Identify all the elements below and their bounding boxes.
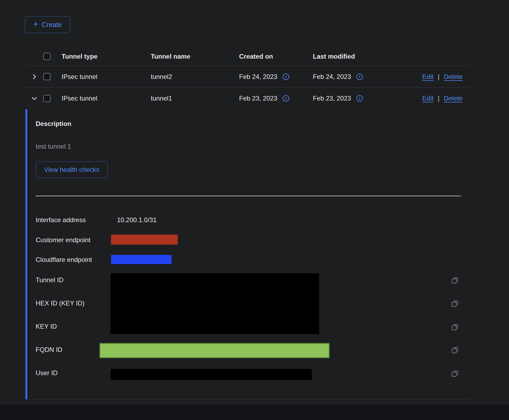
edit-link[interactable]: Edit [422, 95, 433, 102]
last-modified-value: Feb 24, 2023 [313, 73, 351, 81]
delete-link[interactable]: Delete [444, 73, 463, 81]
edit-link[interactable]: Edit [422, 73, 433, 81]
fqdn-id-label: FQDN ID [36, 346, 62, 354]
tunnels-page: + Create Tunnel type Tunnel name Created… [0, 0, 509, 420]
copy-icon [451, 346, 459, 354]
page-bottom-strip [0, 405, 509, 420]
expand-row-button[interactable] [31, 73, 38, 80]
description-value: test tunnel 1 [36, 143, 71, 150]
hex-id-label: HEX ID (KEY ID) [36, 299, 85, 307]
customer-endpoint-label: Customer endpoint [36, 236, 91, 244]
copy-fqdn-id-button[interactable] [450, 345, 460, 355]
table-row-tunnel2: IPsec tunnel tunnel2 Feb 24, 2023 i Feb … [25, 66, 470, 88]
tunnel-hex-key-id-redacted-value [110, 273, 319, 334]
info-icon[interactable]: i [356, 95, 363, 102]
header-last-modified: Last modified [313, 53, 394, 60]
created-on-cell: Feb 24, 2023 i [239, 73, 313, 81]
copy-icon [451, 299, 459, 308]
action-separator: | [438, 95, 439, 102]
tunnel-name-cell: tunnel1 [151, 95, 239, 102]
last-modified-cell: Feb 23, 2023 i [313, 95, 394, 102]
create-button[interactable]: + Create [25, 16, 70, 33]
header-tunnel-type: Tunnel type [62, 53, 151, 60]
tunnel-id-label: Tunnel ID [36, 276, 63, 284]
chevron-cell [25, 95, 43, 102]
created-on-value: Feb 23, 2023 [239, 95, 277, 102]
section-divider [36, 196, 461, 196]
create-button-label: Create [42, 21, 62, 29]
header-checkbox-cell [43, 53, 62, 60]
info-icon[interactable]: i [356, 74, 363, 80]
checkbox-cell [43, 73, 62, 80]
view-health-checks-button[interactable]: View health checks [36, 161, 108, 178]
row-checkbox[interactable] [43, 95, 51, 102]
cloudflare-endpoint-redacted-value [111, 255, 172, 264]
copy-hex-id-button[interactable] [450, 299, 460, 308]
tunnel-name-cell: tunnel2 [151, 73, 239, 81]
chevron-right-icon [31, 73, 38, 80]
info-icon[interactable]: i [283, 74, 289, 80]
last-modified-value: Feb 23, 2023 [313, 95, 351, 102]
copy-key-id-button[interactable] [450, 322, 460, 332]
header-created-on: Created on [239, 53, 313, 60]
copy-icon [451, 369, 459, 378]
tunnel-type-cell: IPsec tunnel [62, 73, 151, 81]
table-row-tunnel1: IPsec tunnel tunnel1 Feb 23, 2023 i Feb … [25, 88, 470, 109]
row-checkbox[interactable] [43, 73, 51, 80]
checkbox-cell [43, 95, 62, 102]
tunnels-table: Tunnel type Tunnel name Created on Last … [25, 47, 470, 109]
copy-icon [451, 276, 459, 284]
last-modified-cell: Feb 24, 2023 i [313, 73, 394, 81]
tunnel-details-panel: Description test tunnel 1 View health ch… [25, 109, 470, 399]
description-label: Description [36, 120, 71, 128]
row-actions: Edit | Delete [394, 73, 470, 81]
created-on-cell: Feb 23, 2023 i [239, 95, 313, 102]
cloudflare-endpoint-label: Cloudflare endpoint [36, 256, 92, 264]
copy-user-id-button[interactable] [450, 369, 460, 378]
plus-icon: + [33, 20, 38, 28]
copy-icon [451, 323, 459, 331]
action-separator: | [438, 73, 439, 81]
fqdn-id-redacted-value [99, 343, 330, 358]
user-id-redacted-value [110, 369, 312, 380]
header-tunnel-name: Tunnel name [151, 53, 239, 60]
interface-address-label: Interface address [36, 216, 86, 224]
chevron-down-icon [31, 95, 38, 102]
customer-endpoint-redacted-value [111, 235, 178, 245]
chevron-cell [25, 73, 43, 80]
interface-address-value: 10.200.1.0/31 [117, 216, 157, 224]
created-on-value: Feb 24, 2023 [239, 73, 277, 81]
select-all-checkbox[interactable] [43, 53, 51, 60]
tunnel-type-cell: IPsec tunnel [62, 95, 151, 102]
user-id-label: User ID [36, 369, 58, 377]
table-header-row: Tunnel type Tunnel name Created on Last … [25, 47, 470, 66]
info-icon[interactable]: i [283, 95, 289, 102]
key-id-label: KEY ID [36, 323, 57, 330]
delete-link[interactable]: Delete [444, 95, 463, 102]
row-actions: Edit | Delete [394, 95, 470, 102]
collapse-row-button[interactable] [31, 95, 38, 102]
copy-tunnel-id-button[interactable] [450, 276, 460, 285]
